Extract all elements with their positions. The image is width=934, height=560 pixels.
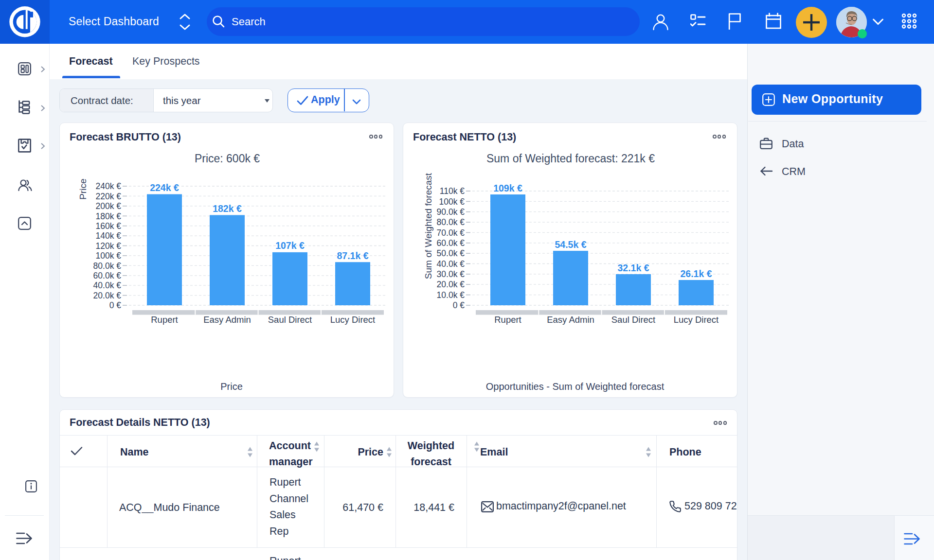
svg-text:32.1k €: 32.1k € [617,262,649,273]
svg-text:140k €: 140k € [95,231,121,241]
svg-text:Easy Admin: Easy Admin [203,315,251,325]
svg-text:40.0k €: 40.0k € [437,259,465,269]
svg-text:100k €: 100k € [95,251,121,261]
svg-text:120k €: 120k € [95,241,121,251]
svg-text:20.0k €: 20.0k € [437,280,465,289]
svg-text:Sum of Weighted forecast: 221k: Sum of Weighted forecast: 221k € [486,152,655,165]
svg-text:Price: 600k €: Price: 600k € [195,152,260,165]
svg-text:0 €: 0 € [109,300,122,310]
svg-text:Easy Admin: Easy Admin [547,315,594,325]
svg-text:20.0k €: 20.0k € [93,291,122,300]
svg-text:0 €: 0 € [453,300,465,310]
svg-text:Price: Price [220,381,243,392]
svg-text:107k €: 107k € [275,240,305,251]
svg-text:110k €: 110k € [440,186,465,196]
svg-text:80.0k €: 80.0k € [437,217,465,227]
svg-text:224k €: 224k € [150,182,179,193]
svg-text:180k €: 180k € [95,211,121,221]
svg-text:Rupert: Rupert [151,315,178,325]
svg-text:10.0k €: 10.0k € [437,290,465,300]
svg-text:60.0k €: 60.0k € [93,271,122,280]
svg-text:Price: Price [78,178,88,199]
svg-text:Saul Direct: Saul Direct [611,315,655,325]
svg-text:40.0k €: 40.0k € [93,280,122,290]
svg-text:60.0k €: 60.0k € [437,238,465,248]
svg-text:Lucy Direct: Lucy Direct [674,315,719,325]
svg-text:Opportunities - Sum of Weighte: Opportunities - Sum of Weighted forecast [486,381,665,392]
svg-text:Lucy Direct: Lucy Direct [330,315,376,325]
svg-text:50.0k €: 50.0k € [437,248,465,258]
svg-text:87.1k €: 87.1k € [337,250,368,261]
svg-text:Rupert: Rupert [494,315,521,325]
svg-text:100k €: 100k € [439,197,465,207]
svg-text:220k €: 220k € [95,192,121,201]
svg-text:160k €: 160k € [95,221,121,231]
svg-text:90.0k €: 90.0k € [437,207,465,217]
svg-text:Saul Direct: Saul Direct [268,315,312,325]
svg-text:200k €: 200k € [95,201,121,211]
svg-text:54.5k €: 54.5k € [555,239,586,250]
svg-text:109k €: 109k € [493,183,522,193]
svg-text:80.0k €: 80.0k € [93,261,122,271]
svg-text:30.0k €: 30.0k € [437,269,465,279]
svg-text:26.1k €: 26.1k € [680,268,712,279]
svg-text:240k €: 240k € [95,181,121,191]
svg-text:70.0k €: 70.0k € [437,228,465,238]
svg-text:182k €: 182k € [213,203,242,214]
svg-text:Sum of Weighted forecast: Sum of Weighted forecast [423,173,433,279]
